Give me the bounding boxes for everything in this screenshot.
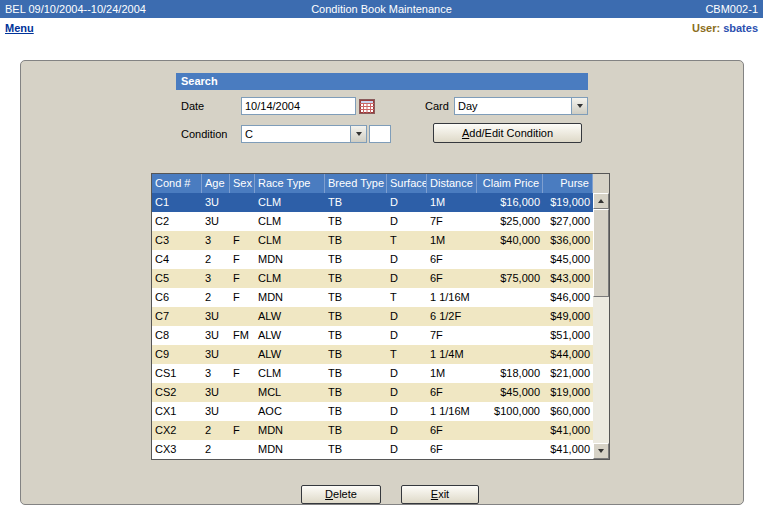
- delete-button[interactable]: Delete: [301, 485, 381, 504]
- table-cell: CX2: [152, 421, 202, 440]
- table-cell: TB: [325, 440, 387, 459]
- calendar-icon: [360, 100, 374, 113]
- card-label: Card: [425, 97, 449, 115]
- condition-code-input[interactable]: [369, 125, 391, 143]
- table-cell: CLM: [255, 193, 325, 212]
- table-row[interactable]: C83UFMALWTBD7F$51,000: [152, 326, 593, 345]
- table-cell: CX3: [152, 440, 202, 459]
- down-arrow-icon: [598, 449, 604, 453]
- scroll-up-button[interactable]: [593, 193, 609, 209]
- table-cell: C9: [152, 345, 202, 364]
- chevron-down-icon[interactable]: [571, 98, 587, 114]
- table-cell: TB: [325, 383, 387, 402]
- card-select[interactable]: Day: [454, 97, 588, 115]
- table-cell: 3U: [202, 383, 230, 402]
- table-row[interactable]: CX13UAOCTBD1 1/16M$100,000$60,000: [152, 402, 593, 421]
- table-cell: D: [387, 212, 427, 231]
- menu-link[interactable]: Menu: [5, 22, 34, 34]
- scrollbar-thumb[interactable]: [593, 209, 609, 297]
- table-cell: $60,000: [543, 402, 593, 421]
- table-cell: 2: [202, 440, 230, 459]
- table-cell: MCL: [255, 383, 325, 402]
- table-cell: $45,000: [477, 383, 543, 402]
- table-cell: ALW: [255, 307, 325, 326]
- table-cell: ALW: [255, 345, 325, 364]
- table-cell: D: [387, 326, 427, 345]
- table-cell: 3: [202, 269, 230, 288]
- table-row[interactable]: C62FMDNTBT1 1/16M$46,000: [152, 288, 593, 307]
- table-cell: [230, 307, 255, 326]
- table-row[interactable]: CS13FCLMTBD1M$18,000$21,000: [152, 364, 593, 383]
- column-header: Purse: [543, 174, 593, 193]
- search-section-header: Search: [176, 73, 588, 90]
- table-row[interactable]: C33FCLMTBT1M$40,000$36,000: [152, 231, 593, 250]
- table-cell: [477, 345, 543, 364]
- table-cell: C8: [152, 326, 202, 345]
- table-cell: $25,000: [477, 212, 543, 231]
- table-cell: 3U: [202, 212, 230, 231]
- scroll-down-button[interactable]: [593, 443, 609, 459]
- table-cell: D: [387, 402, 427, 421]
- table-cell: $36,000: [543, 231, 593, 250]
- date-label: Date: [181, 97, 204, 115]
- table-cell: TB: [325, 231, 387, 250]
- condition-select-value: C: [242, 126, 350, 142]
- table-cell: C7: [152, 307, 202, 326]
- table-cell: C2: [152, 212, 202, 231]
- table-cell: CS1: [152, 364, 202, 383]
- chevron-down-icon[interactable]: [350, 126, 366, 142]
- table-cell: [230, 402, 255, 421]
- table-row[interactable]: C23UCLMTBD7F$25,000$27,000: [152, 212, 593, 231]
- table-cell: TB: [325, 326, 387, 345]
- add-edit-condition-button[interactable]: Add/Edit Condition: [433, 123, 582, 143]
- table-row[interactable]: C53FCLMTBD6F$75,000$43,000: [152, 269, 593, 288]
- table-row[interactable]: C42FMDNTBD6F$45,000: [152, 250, 593, 269]
- table-cell: TB: [325, 345, 387, 364]
- table-cell: $100,000: [477, 402, 543, 421]
- table-cell: T: [387, 231, 427, 250]
- table-cell: 1M: [427, 231, 477, 250]
- table-cell: D: [387, 364, 427, 383]
- table-cell: D: [387, 250, 427, 269]
- table-cell: 3U: [202, 345, 230, 364]
- table-cell: F: [230, 421, 255, 440]
- table-cell: AOC: [255, 402, 325, 421]
- table-row[interactable]: C93UALWTBT1 1/4M$44,000: [152, 345, 593, 364]
- table-row[interactable]: CS23UMCLTBD6F$45,000$19,000: [152, 383, 593, 402]
- table-cell: 3U: [202, 326, 230, 345]
- table-cell: ALW: [255, 326, 325, 345]
- table-row[interactable]: C13UCLMTBD1M$16,000$19,000: [152, 193, 593, 212]
- condition-select[interactable]: C: [241, 125, 367, 143]
- table-cell: T: [387, 345, 427, 364]
- table-cell: F: [230, 288, 255, 307]
- table-cell: $41,000: [543, 421, 593, 440]
- title-bar: Condition Book Maintenance BEL 09/10/200…: [0, 0, 763, 18]
- table-cell: CLM: [255, 212, 325, 231]
- column-header: Race Type: [255, 174, 325, 193]
- table-row[interactable]: CX22FMDNTBD6F$41,000: [152, 421, 593, 440]
- table-cell: MDN: [255, 421, 325, 440]
- table-row[interactable]: CX32MDNTBD6F$41,000: [152, 440, 593, 459]
- table-cell: 1 1/4M: [427, 345, 477, 364]
- table-cell: TB: [325, 212, 387, 231]
- table-cell: F: [230, 231, 255, 250]
- table-cell: CLM: [255, 231, 325, 250]
- date-input[interactable]: [241, 97, 356, 115]
- table-cell: 3U: [202, 307, 230, 326]
- exit-button[interactable]: Exit: [401, 485, 479, 504]
- table-row[interactable]: C73UALWTBD6 1/2F$49,000: [152, 307, 593, 326]
- vertical-scrollbar[interactable]: [593, 193, 609, 459]
- table-cell: TB: [325, 193, 387, 212]
- table-cell: D: [387, 440, 427, 459]
- table-cell: [477, 421, 543, 440]
- table-cell: $27,000: [543, 212, 593, 231]
- calendar-button[interactable]: [359, 99, 375, 114]
- column-header: Breed Type: [325, 174, 387, 193]
- table-cell: CX1: [152, 402, 202, 421]
- table-cell: [230, 345, 255, 364]
- condition-label: Condition: [181, 125, 227, 143]
- table-cell: $19,000: [543, 383, 593, 402]
- table-cell: $46,000: [543, 288, 593, 307]
- table-cell: 6F: [427, 250, 477, 269]
- table-cell: F: [230, 364, 255, 383]
